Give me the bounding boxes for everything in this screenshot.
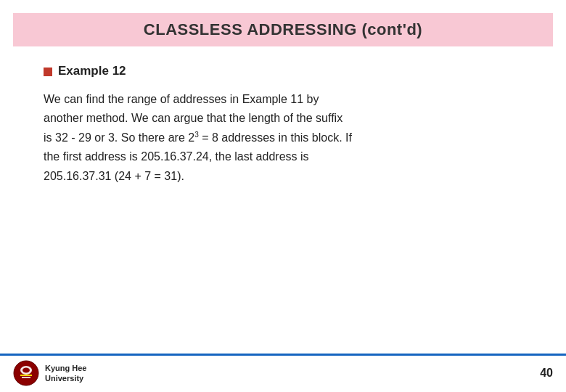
svg-rect-3: [20, 375, 32, 376]
slide-content: Example 12 We can find the range of addr…: [0, 46, 566, 354]
slide: CLASSLESS ADDRESSING (cont'd) Example 12…: [0, 0, 566, 392]
university-logo-icon: [13, 360, 39, 386]
body-line3-pre: is 32 - 29 or 3. So there are 2: [44, 131, 194, 144]
body-line1: We can find the range of addresses in Ex…: [44, 93, 319, 105]
body-line2: another method. We can argue that the le…: [44, 112, 343, 124]
bullet-icon: [44, 68, 52, 76]
slide-footer: Kyung Hee University 40: [0, 354, 566, 392]
university-name: Kyung Hee University: [45, 363, 86, 384]
university-line1: Kyung Hee: [45, 363, 86, 373]
page-number: 40: [540, 367, 553, 380]
slide-header: CLASSLESS ADDRESSING (cont'd): [13, 13, 553, 46]
body-line5: 205.16.37.31 (24 + 7 = 31).: [44, 170, 184, 182]
svg-rect-4: [22, 377, 30, 378]
svg-point-2: [22, 368, 30, 373]
example-heading: Example 12: [44, 64, 522, 78]
example-label: Example 12: [58, 64, 126, 78]
body-text: We can find the range of addresses in Ex…: [44, 90, 522, 186]
slide-title: CLASSLESS ADDRESSING (cont'd): [28, 20, 538, 39]
university-line2: University: [45, 373, 86, 383]
logo-area: Kyung Hee University: [13, 360, 86, 386]
body-line4: the first address is 205.16.37.24, the l…: [44, 150, 309, 163]
body-line3-post: = 8 addresses in this block. If: [199, 131, 352, 144]
